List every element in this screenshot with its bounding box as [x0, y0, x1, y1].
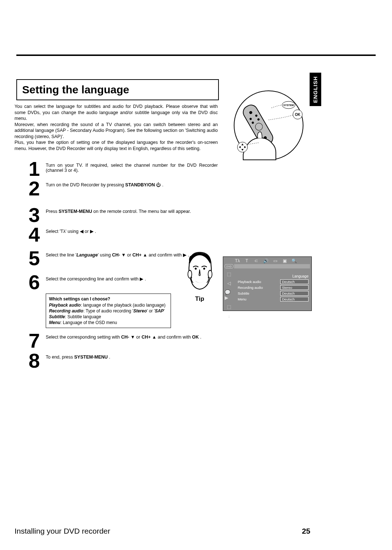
tip-line: Recording audio: Type of audio recording…: [49, 308, 168, 314]
step-4: 4 Select 'Tλ' using ◀ or ▶ .: [15, 226, 218, 244]
tip-line: Playback audio: language of the playback…: [49, 302, 168, 308]
tip-line: Subtitle: Subtitle language: [49, 314, 168, 320]
language-tab-label: ENGLISH: [313, 76, 319, 103]
page-title: Setting the language: [22, 84, 213, 96]
wrench-icon: Tλ: [61, 229, 66, 234]
osd-row-value: Deutsch: [280, 279, 309, 284]
osd-row: Menu Deutsch: [238, 297, 309, 302]
system-label: SYSTEM: [283, 104, 294, 106]
osd-sidebar-arrow: ↓: [228, 313, 230, 319]
osd-row-value: Deutsch: [280, 297, 309, 302]
osd-row: Playback audio Deutsch: [238, 279, 309, 284]
tip-face-svg: [183, 251, 216, 293]
step-8: 8 To end, press SYSTEM-MENU .: [15, 352, 218, 370]
step-text: Select the corresponding setting with CH…: [44, 332, 218, 340]
osd-dvd-label: DVD: [225, 264, 233, 268]
osd-icon-camera: ▣: [281, 258, 289, 263]
intro-p2: Moreover, when recording the sound of a …: [15, 122, 218, 140]
step-number: 7: [15, 332, 44, 350]
step-text: Press SYSTEM-MENU on the remote control.…: [44, 206, 218, 214]
footer-page-number: 25: [302, 527, 310, 535]
osd-row-label: Menu: [238, 297, 246, 301]
osd-row-label: Recording audio: [238, 286, 263, 290]
osd-row-label: Subtitle: [238, 291, 249, 295]
osd-subbar: [234, 264, 310, 268]
step-text: Select 'Tλ' using ◀ or ▶ .: [44, 226, 218, 234]
intro-paragraphs: You can select the language for subtitle…: [15, 104, 218, 151]
tip-label: Tip: [181, 295, 218, 303]
tip-line: Menu: Language of the OSD menu: [49, 320, 168, 325]
step-1: 1 Turn on your TV. If required, select t…: [15, 160, 218, 178]
osd-icon-c: ⊂: [252, 258, 260, 263]
osd-sidebar: ⬚ ◁ 💬 ▶ ⬚ ↓: [225, 271, 233, 308]
osd-panel: Tλ T ⊂ 🔊 ▭ ▣ 🔍 DVD ⬚ ◁ 💬 ▶ ⬚ ↓ Language …: [223, 256, 312, 311]
osd-heading: Language: [238, 274, 309, 278]
osd-sidebar-icon: 💬 ▶: [225, 290, 233, 300]
remote-svg: SYSTEM OK: [232, 89, 305, 162]
step-text: Turn on the DVD Recorder by pressing STA…: [44, 179, 218, 187]
intro-p1: You can select the language for subtitle…: [15, 104, 218, 122]
osd-icon-t: T: [243, 258, 251, 263]
step-number: 3: [15, 206, 44, 224]
step-7: 7 Select the corresponding setting with …: [15, 332, 218, 350]
osd-top-icons: Tλ T ⊂ 🔊 ▭ ▣ 🔍: [223, 257, 311, 264]
osd-row-value: Stereo: [280, 285, 309, 290]
svg-point-19: [208, 270, 212, 278]
osd-row: Recording audio Stereo: [238, 285, 309, 290]
tip-box: Which settings can I choose? Playback au…: [46, 294, 171, 328]
footer-section-title: Installing your DVD recorder: [15, 527, 110, 535]
osd-row: Subtitle Deutsch: [238, 291, 309, 296]
osd-body: Language Playback audio Deutsch Recordin…: [238, 274, 309, 303]
osd-sidebar-icon: ⬚: [227, 271, 231, 277]
horizontal-rule: [16, 54, 376, 56]
step-number: 5: [15, 249, 44, 267]
osd-icon-wrench: Tλ: [233, 258, 241, 263]
step-number: 1: [15, 160, 44, 178]
step-text: Turn on your TV. If required, select the…: [44, 160, 218, 173]
step-number: 6: [15, 273, 44, 291]
section-title-box: Setting the language: [16, 79, 219, 100]
step-number: 2: [15, 179, 44, 198]
tip-figure: Tip: [181, 251, 218, 303]
osd-sidebar-icon: ⬚: [227, 304, 231, 310]
tip-question: Which settings can I choose?: [49, 296, 168, 302]
svg-point-18: [188, 270, 192, 278]
osd-sidebar-icon: ◁: [227, 280, 231, 286]
intro-p3: Plus, you have the option of setting one…: [15, 139, 218, 151]
osd-row-label: Playback audio: [238, 280, 261, 284]
osd-icon-search: 🔍: [290, 258, 298, 263]
step-2: 2 Turn on the DVD Recorder by pressing S…: [15, 179, 218, 198]
step-number: 8: [15, 352, 44, 370]
step-number: 4: [15, 226, 44, 244]
step-text: To end, press SYSTEM-MENU .: [44, 352, 218, 360]
ok-label: OK: [295, 113, 301, 117]
remote-illustration: SYSTEM OK: [232, 89, 305, 162]
osd-icon-screen: ▭: [271, 258, 279, 263]
svg-point-17: [203, 268, 205, 270]
svg-point-16: [195, 268, 197, 270]
step-3: 3 Press SYSTEM-MENU on the remote contro…: [15, 206, 218, 224]
osd-row-value: Deutsch: [280, 291, 309, 296]
osd-icon-speaker: 🔊: [262, 258, 270, 263]
language-tab: ENGLISH: [310, 73, 321, 106]
